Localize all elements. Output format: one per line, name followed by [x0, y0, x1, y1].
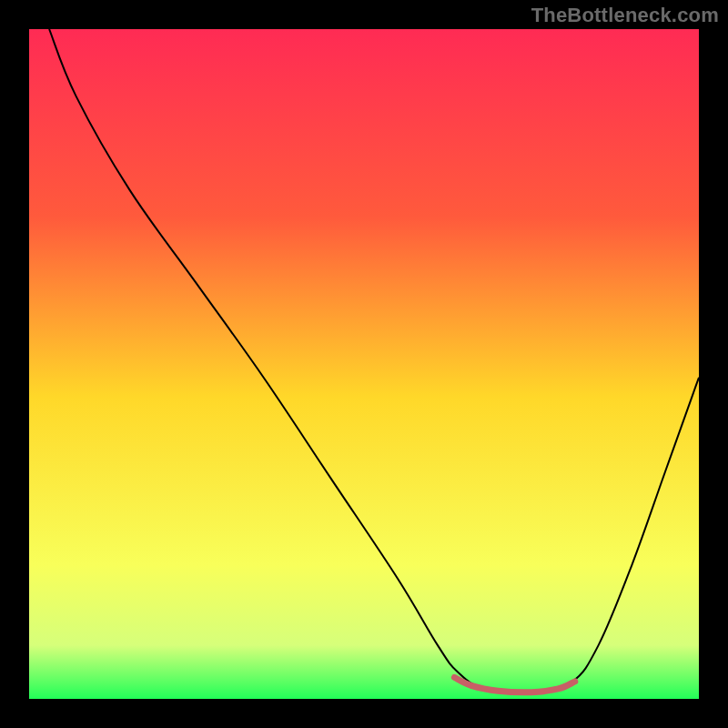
gradient-background — [29, 29, 699, 699]
chart-svg — [29, 29, 699, 699]
chart-frame: TheBottleneck.com — [0, 0, 728, 728]
watermark-text: TheBottleneck.com — [531, 4, 719, 27]
plot-area — [29, 29, 699, 699]
